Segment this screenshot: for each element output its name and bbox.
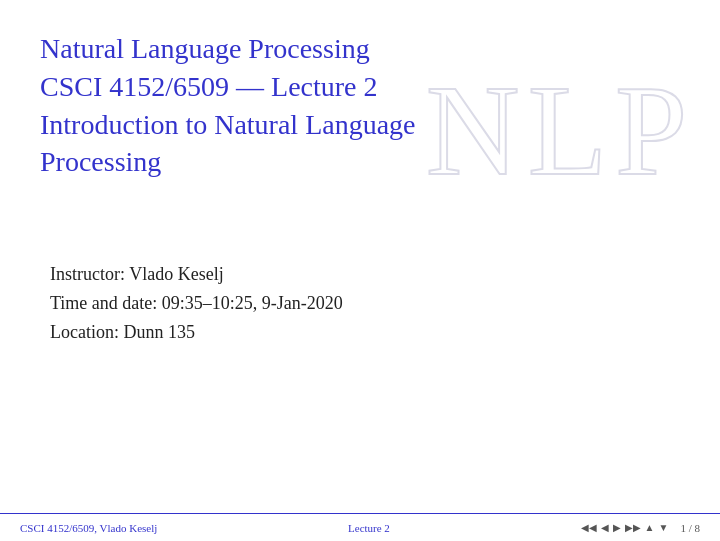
nlp-watermark: NLP (416, 40, 706, 220)
location-line: Location: Dunn 135 (50, 318, 680, 347)
location-label: Location: (50, 322, 123, 342)
title-line3: Introduction to Natural Language (40, 109, 416, 140)
footer-left: CSCI 4152/6509, Vlado Keselj (20, 522, 157, 534)
info-block: Instructor: Vlado Keselj Time and date: … (40, 260, 680, 346)
nav-icons: ◀◀ ◀ ▶ ▶▶ ▲ ▼ (581, 522, 669, 533)
title-block: Natural Language Processing CSCI 4152/65… (40, 30, 416, 181)
title-nlp-row: Natural Language Processing CSCI 4152/65… (40, 30, 680, 220)
nav-down-icon[interactable]: ▼ (659, 522, 669, 533)
slide-title: Natural Language Processing CSCI 4152/65… (40, 30, 416, 181)
nav-last-icon[interactable]: ▶▶ (625, 522, 641, 533)
instructor-value: Vlado Keselj (129, 264, 223, 284)
footer-center: Lecture 2 (348, 522, 390, 534)
footer-right-area: ◀◀ ◀ ▶ ▶▶ ▲ ▼ 1 / 8 (581, 522, 700, 534)
time-line: Time and date: 09:35–10:25, 9-Jan-2020 (50, 289, 680, 318)
slide-footer: CSCI 4152/6509, Vlado Keselj Lecture 2 ◀… (0, 513, 720, 541)
nav-first-icon[interactable]: ◀◀ (581, 522, 597, 533)
nav-next-icon[interactable]: ▶ (613, 522, 621, 533)
nav-prev-icon[interactable]: ◀ (601, 522, 609, 533)
nav-up-icon[interactable]: ▲ (645, 522, 655, 533)
page-number: 1 / 8 (680, 522, 700, 534)
title-line4: Processing (40, 146, 161, 177)
instructor-line: Instructor: Vlado Keselj (50, 260, 680, 289)
slide-container: Natural Language Processing CSCI 4152/65… (0, 0, 720, 541)
title-line1: Natural Language Processing (40, 33, 370, 64)
location-value: Dunn 135 (123, 322, 195, 342)
instructor-label: Instructor: (50, 264, 129, 284)
slide-content: Natural Language Processing CSCI 4152/65… (0, 0, 720, 513)
nlp-text: NLP (426, 65, 696, 195)
title-line2: CSCI 4152/6509 — Lecture 2 (40, 71, 378, 102)
time-label: Time and date: (50, 293, 162, 313)
time-value: 09:35–10:25, 9-Jan-2020 (162, 293, 343, 313)
